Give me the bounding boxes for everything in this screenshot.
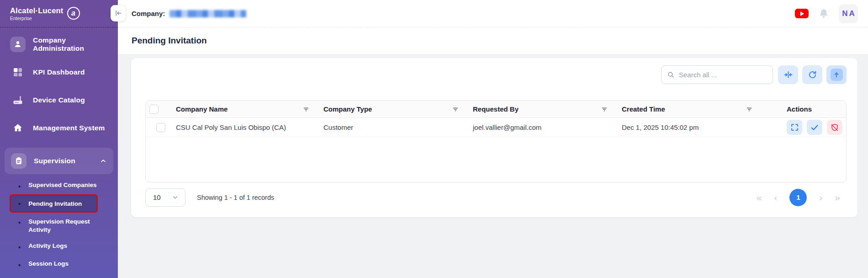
brand-text: Alcatel·Lucent Enterprise [10, 6, 64, 21]
column-header-company-type: Company Type [323, 105, 473, 113]
column-header-company-name: Company Name [176, 105, 323, 113]
sidebar-item-label: KPI Dashboard [33, 68, 85, 76]
company-name-redacted [169, 10, 246, 17]
bullet-icon: • [18, 182, 21, 191]
table-header-row: Company Name Company Type Requested By [146, 101, 846, 118]
bullet-icon: • [18, 260, 21, 270]
collapse-columns-button[interactable] [778, 65, 798, 84]
expand-icon [790, 123, 799, 132]
chevron-down-icon [172, 194, 179, 201]
approve-button[interactable] [807, 120, 822, 135]
pending-invitation-card: Company Name Company Type Requested By [131, 58, 857, 217]
play-triangle-icon [800, 11, 804, 16]
chevron-up-icon [100, 157, 107, 165]
user-icon [10, 37, 26, 52]
sidebar-nav: Company Administration KPI Dashboard Dev… [0, 21, 118, 270]
export-button[interactable] [826, 65, 847, 84]
sidebar-item-activity-logs[interactable]: • Activity Logs [11, 242, 118, 252]
column-label: Company Name [176, 105, 228, 113]
cell-company-type: Customer [323, 123, 473, 131]
sidebar-item-label: Supervision Request Activity [28, 218, 97, 234]
sidebar-collapse-button[interactable] [111, 5, 126, 21]
column-label: Created Time [622, 105, 665, 113]
pending-invitations-table: Company Name Company Type Requested By [145, 100, 847, 182]
sidebar-item-label: Supervised Companies [28, 182, 96, 188]
sidebar-item-supervised-companies[interactable]: • Supervised Companies [11, 182, 118, 191]
table-footer: 10 Showing 1 - 1 of 1 records « ‹ 1 › » [145, 187, 847, 207]
next-page-icon[interactable]: › [819, 192, 822, 202]
brand-subtitle: Enterprise [10, 16, 64, 21]
supervision-submenu: • Supervised Companies • Pending Invitat… [0, 182, 118, 270]
shield-off-icon [830, 123, 839, 132]
search-input[interactable] [679, 71, 770, 79]
sidebar-item-label: Session Logs [28, 260, 69, 267]
sidebar-item-session-logs[interactable]: • Session Logs [11, 260, 118, 270]
brand-logo: Alcatel·Lucent Enterprise a [0, 0, 118, 21]
sidebar-item-kpi-dashboard[interactable]: KPI Dashboard [0, 64, 118, 80]
brand-mark-icon: a [67, 7, 80, 20]
row-checkbox[interactable] [156, 123, 165, 132]
current-page-button[interactable]: 1 [789, 189, 807, 206]
bell-icon[interactable] [818, 8, 830, 20]
table-toolbar [145, 65, 847, 84]
bullet-icon: • [18, 242, 21, 252]
app-root: Alcatel·Lucent Enterprise a Company Admi… [0, 0, 868, 278]
sidebar-item-device-catalog[interactable]: Device Catalog [0, 92, 118, 108]
upload-icon [831, 69, 843, 81]
collapse-arrow-icon [114, 9, 122, 17]
youtube-icon[interactable] [795, 9, 809, 18]
filter-icon[interactable] [452, 106, 459, 113]
check-icon [810, 123, 819, 132]
filter-icon[interactable] [601, 106, 608, 113]
records-summary: Showing 1 - 1 of 1 records [197, 194, 274, 201]
company-label: Company: [132, 10, 165, 17]
sidebar-item-supervision-request-activity[interactable]: • Supervision Request Activity [11, 218, 118, 234]
sidebar-group-supervision: Supervision [5, 148, 113, 174]
column-header-requested-by: Requested By [473, 105, 622, 113]
home-icon [10, 120, 26, 136]
sidebar-item-label: Management System [33, 124, 105, 132]
sidebar-item-label: Company Administration [33, 36, 118, 53]
search-icon [667, 71, 675, 79]
first-page-icon[interactable]: « [757, 192, 762, 202]
sidebar-item-management-system[interactable]: Management System [0, 120, 118, 136]
row-select-cell [146, 123, 176, 132]
clipboard-icon [11, 153, 26, 169]
sidebar-item-label: Device Catalog [33, 96, 85, 104]
last-page-icon[interactable]: » [835, 192, 840, 202]
title-bar: Pending Invitation [118, 27, 868, 54]
sidebar: Alcatel·Lucent Enterprise a Company Admi… [0, 0, 118, 278]
column-label: Actions [787, 105, 812, 113]
expand-row-button[interactable] [787, 120, 802, 135]
refresh-button[interactable] [802, 65, 822, 84]
cell-requested-by: joel.vallier@gmail.com [473, 123, 622, 131]
sidebar-item-pending-invitation[interactable]: • Pending Invitation [11, 196, 96, 211]
main-content: Company Name Company Type Requested By [118, 54, 868, 278]
sidebar-divider [0, 27, 118, 27]
filter-icon[interactable] [746, 106, 753, 113]
topbar-actions: NA [795, 4, 868, 23]
user-avatar[interactable]: NA [839, 4, 858, 23]
router-icon [10, 92, 26, 108]
column-label: Requested By [473, 105, 519, 113]
refresh-icon [808, 70, 817, 80]
search-box [661, 65, 773, 84]
page-size-select[interactable]: 10 [145, 188, 185, 207]
page-size-value: 10 [153, 193, 161, 201]
previous-page-icon[interactable]: ‹ [774, 192, 777, 202]
page-title: Pending Invitation [132, 36, 207, 46]
select-all-cell [146, 105, 176, 114]
cell-company-name: CSU Cal Poly San Luis Obispo (CA) [176, 123, 323, 131]
fit-columns-icon [783, 70, 793, 80]
cell-actions [767, 120, 846, 135]
select-all-checkbox[interactable] [149, 105, 159, 114]
table-row[interactable]: CSU Cal Poly San Luis Obispo (CA) Custom… [146, 118, 846, 137]
reject-button[interactable] [827, 120, 842, 135]
brand-name: Alcatel·Lucent [10, 6, 64, 15]
column-header-actions: Actions [767, 105, 846, 113]
sidebar-item-company-administration[interactable]: Company Administration [0, 36, 118, 53]
sidebar-item-supervision[interactable]: Supervision [11, 153, 107, 169]
bullet-icon: • [18, 218, 21, 227]
sidebar-item-label: Pending Invitation [28, 200, 82, 207]
filter-icon[interactable] [302, 106, 310, 113]
